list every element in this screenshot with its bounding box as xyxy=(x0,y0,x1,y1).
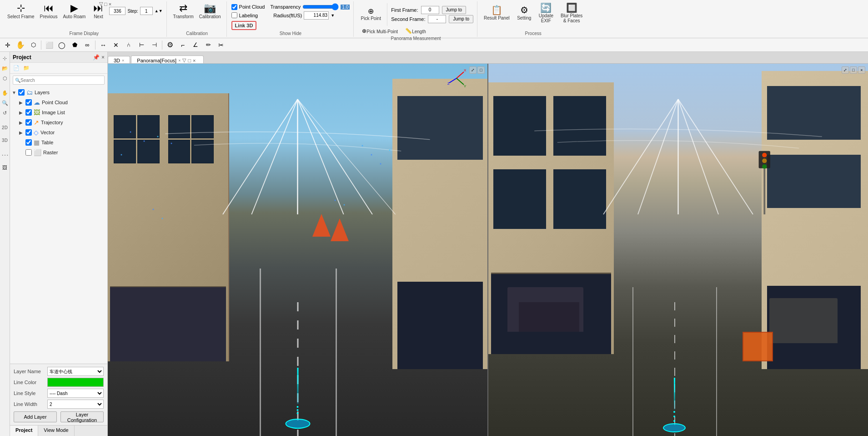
2d-label[interactable]: 2D xyxy=(0,123,10,132)
blur-plates-btn[interactable]: 🔲 Blur Plates& Faces xyxy=(559,2,584,24)
pano-close-btn[interactable]: × xyxy=(193,58,196,63)
3d-maximize-btn[interactable]: □ xyxy=(104,1,107,7)
pano-maximize-btn[interactable]: □ xyxy=(188,58,191,63)
pano-minimize-btn[interactable]: ▽ xyxy=(182,57,186,63)
pc-checkbox[interactable] xyxy=(25,99,32,106)
labeling-checkbox[interactable] xyxy=(231,12,237,18)
point-cloud-checkbox[interactable] xyxy=(231,4,237,10)
result-panel-btn[interactable]: 📋 Result Panel xyxy=(482,5,512,21)
3d-expand-btn[interactable]: ⤢ xyxy=(469,66,477,74)
tool-gear-btn[interactable]: ⚙ xyxy=(164,39,176,51)
tool-arrow-btn[interactable]: ↔ xyxy=(97,39,109,51)
tool-hand-btn[interactable]: ✋ xyxy=(15,39,26,51)
tool-corner-btn[interactable]: ⌐ xyxy=(177,39,189,51)
tool-polygon-btn[interactable]: ⬟ xyxy=(69,39,80,51)
tree-item-image-list[interactable]: ▶ 🖼 Image List xyxy=(10,107,107,117)
tool-edit-btn[interactable]: ✏ xyxy=(202,39,214,51)
radius-input[interactable] xyxy=(304,11,329,20)
calibration-btn[interactable]: 📷 Calibration xyxy=(197,2,223,20)
frame-number-input[interactable] xyxy=(109,7,125,15)
rotate-icon[interactable]: ↺ xyxy=(0,108,10,117)
tool-measure-btn[interactable]: ∠ xyxy=(190,39,201,51)
image-icon[interactable]: 🖼 xyxy=(0,163,10,172)
previous-btn[interactable]: ⏮ Previous xyxy=(38,2,59,20)
tab-3d[interactable]: 3D × xyxy=(108,56,130,63)
layer-name-select[interactable]: 车道中心线 xyxy=(47,367,104,376)
zoom-icon[interactable]: 🔍 xyxy=(0,98,10,107)
second-frame-input[interactable] xyxy=(428,15,446,23)
line-style-select[interactable]: ---- Dash xyxy=(47,389,104,398)
3d-popout-btn[interactable]: □ xyxy=(477,66,485,74)
tool-lasso-btn[interactable]: ∞ xyxy=(81,39,93,51)
tree-item-trajectory[interactable]: ▶ ↗ Trajectory xyxy=(10,117,107,127)
length-btn[interactable]: 📏 Length xyxy=(403,27,428,35)
tab-3d-close[interactable]: × xyxy=(122,58,124,63)
auto-roam-btn[interactable]: ▶ Auto Roam xyxy=(61,2,87,20)
layers-checkbox[interactable] xyxy=(18,89,25,96)
hand-icon[interactable]: ✋ xyxy=(0,88,10,97)
traj-checkbox[interactable] xyxy=(25,119,32,126)
open-icon[interactable]: 📂 xyxy=(0,64,10,73)
tool-fork-btn[interactable]: ⑃ xyxy=(123,39,135,51)
tree-item-point-cloud[interactable]: ▶ ☁ Point Cloud xyxy=(10,97,107,107)
tree-item-table[interactable]: ▦ Table xyxy=(10,137,107,147)
sidebar-new-btn[interactable]: 📄 xyxy=(12,64,21,73)
point-cloud-label: Point Cloud xyxy=(239,4,265,10)
add-layer-btn[interactable]: Add Layer xyxy=(14,411,57,422)
tree-item-raster[interactable]: ⬜ Raster xyxy=(10,147,107,157)
link-3d-btn[interactable]: Link 3D xyxy=(231,21,257,30)
pc-toggle[interactable]: ▶ xyxy=(19,100,25,105)
tool-circle-btn[interactable]: ◯ xyxy=(56,39,68,51)
sidebar-pin-icon[interactable]: 📌 xyxy=(93,54,100,61)
sidebar-tab-view-mode[interactable]: View Mode xyxy=(38,426,74,436)
pano-expand-btn[interactable]: ⤢ xyxy=(842,66,849,74)
update-exif-btn[interactable]: 🔄 UpdateEXIF xyxy=(537,2,555,24)
3d-close-btn[interactable]: × xyxy=(109,1,111,7)
raster-checkbox[interactable] xyxy=(25,149,32,156)
vec-toggle[interactable]: ▶ xyxy=(19,130,25,135)
jump-to-2-btn[interactable]: Jump to xyxy=(449,15,473,23)
transform-btn[interactable]: ⇄ Transform xyxy=(171,2,196,20)
tab-panorama[interactable]: Panorama[Focus] × ▽ □ × xyxy=(131,56,203,63)
layer-config-btn[interactable]: Layer Configuration xyxy=(60,411,104,422)
tool-extend-btn[interactable]: ⊢ xyxy=(135,39,147,51)
search-input[interactable] xyxy=(20,78,102,83)
cursor-icon[interactable]: ⊹ xyxy=(0,54,10,63)
table-checkbox[interactable] xyxy=(25,139,32,146)
3d-label[interactable]: 3D xyxy=(0,136,10,145)
3d-minimize-btn[interactable]: ▽ xyxy=(99,1,103,7)
tool-node-btn[interactable]: ⬡ xyxy=(27,39,39,51)
tool-trim-btn[interactable]: ⊣ xyxy=(148,39,160,51)
tree-item-vector[interactable]: ▶ ◇ Vector xyxy=(10,127,107,137)
setting-btn[interactable]: ⚙ Setting xyxy=(515,5,533,21)
jump-to-1-btn[interactable]: Jump to xyxy=(442,6,467,14)
network-icon[interactable]: ⬡ xyxy=(0,74,10,83)
radius-dropdown-icon[interactable]: ▼ xyxy=(331,13,335,18)
pano-popout-btn[interactable]: □ xyxy=(850,66,857,74)
il-toggle[interactable]: ▶ xyxy=(19,110,25,115)
tool-cross-btn[interactable]: ✕ xyxy=(110,39,122,51)
tool-crosshair-btn[interactable]: ✛ xyxy=(2,39,14,51)
line-color-swatch[interactable] xyxy=(47,378,104,387)
transparency-slider[interactable] xyxy=(302,4,339,10)
sidebar-folder-btn[interactable]: 📁 xyxy=(22,64,31,73)
tree-item-layers[interactable]: ▼ 🗂 Layers xyxy=(10,87,107,97)
tab-pano-close[interactable]: × xyxy=(178,58,181,63)
step-arrows[interactable]: ▲▼ xyxy=(155,9,163,13)
il-checkbox[interactable] xyxy=(25,109,32,116)
vec-checkbox[interactable] xyxy=(25,129,32,136)
pano-close-vp-btn[interactable]: × xyxy=(858,66,865,74)
sidebar-tab-project[interactable]: Project xyxy=(10,426,38,436)
tool-rect-select-btn[interactable]: ⬜ xyxy=(43,39,55,51)
update-exif-icon: 🔄 xyxy=(540,3,552,12)
tool-scissors-btn[interactable]: ✂ xyxy=(215,39,227,51)
layers-toggle[interactable]: ▼ xyxy=(12,90,18,95)
step-input[interactable] xyxy=(140,7,153,15)
first-frame-input[interactable] xyxy=(421,6,439,14)
pick-point-btn[interactable]: ⊕ Pick Point xyxy=(358,7,383,22)
pick-multi-point-btn[interactable]: ⊕ Pick Multi-Point xyxy=(360,27,400,35)
select-frame-btn[interactable]: ⊹ Select Frame xyxy=(5,2,36,20)
line-width-select[interactable]: 2 xyxy=(47,400,104,409)
sidebar-close-icon[interactable]: × xyxy=(101,54,105,61)
traj-toggle[interactable]: ▶ xyxy=(19,120,25,125)
